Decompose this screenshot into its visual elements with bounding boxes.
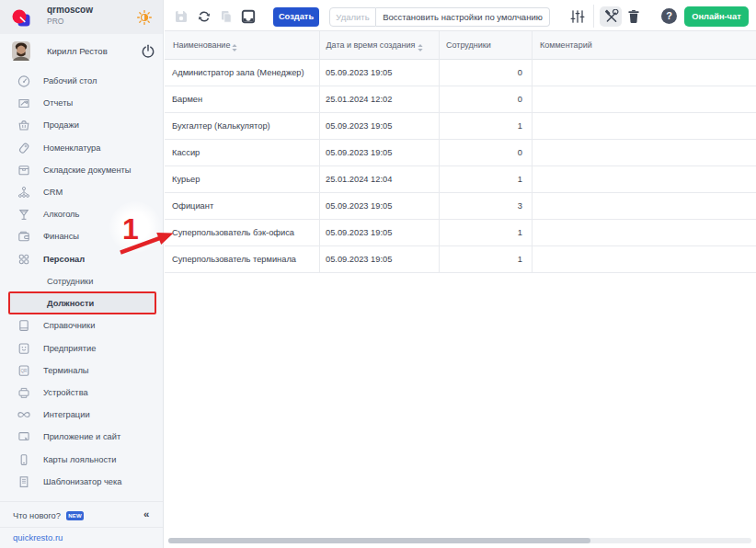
svg-text:QR: QR (21, 369, 29, 373)
